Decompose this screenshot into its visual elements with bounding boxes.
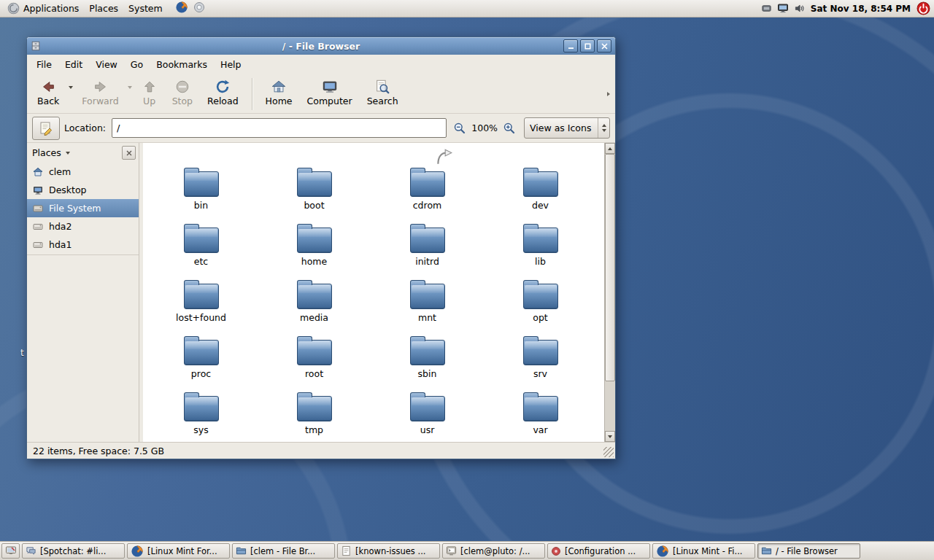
panel-menu-system[interactable]: System [123, 0, 168, 17]
folder-name: bin [194, 200, 208, 211]
place-hda2[interactable]: hda2 [27, 217, 139, 236]
menu-bookmarks[interactable]: Bookmarks [150, 56, 214, 73]
folder-sbin[interactable]: sbin [371, 335, 484, 391]
folder-opt[interactable]: opt [484, 279, 597, 335]
view-mode-label: View as Icons [525, 122, 598, 133]
task-label: [Linux Mint - Fi... [673, 546, 742, 556]
menu-help[interactable]: Help [214, 56, 248, 73]
menu-go[interactable]: Go [124, 56, 150, 73]
place-clem[interactable]: clem [27, 163, 139, 181]
scrollbar-thumb[interactable] [605, 154, 615, 381]
zoom-out-button[interactable] [452, 122, 467, 135]
back-history-dropdown[interactable] [66, 77, 74, 89]
task-file-browser[interactable]: / - File Browser [757, 543, 860, 559]
scrollbar-track[interactable] [605, 154, 615, 431]
clock-applet[interactable]: Sat Nov 18, 8:54 PM [811, 4, 911, 14]
task-configuration[interactable]: [Configuration ... [547, 543, 650, 559]
location-input[interactable] [112, 118, 447, 138]
task-linux-mint-for[interactable]: [Linux Mint For... [127, 543, 230, 559]
place-file-system[interactable]: File System [27, 199, 139, 217]
maximize-button[interactable] [580, 39, 595, 52]
menu-view[interactable]: View [89, 56, 124, 73]
folder-srv[interactable]: srv [484, 335, 597, 391]
volume-applet[interactable] [794, 3, 805, 14]
folder-boot[interactable]: boot [258, 166, 371, 222]
folder-tmp[interactable]: tmp [258, 391, 371, 442]
computer-button[interactable]: Computer [300, 77, 360, 107]
sidebar-close-button[interactable] [122, 146, 136, 160]
search-icon [374, 79, 390, 95]
task-linux-mint-fi[interactable]: [Linux Mint - Fi... [652, 543, 755, 559]
places-menu-button[interactable]: Places [32, 147, 118, 158]
scroll-up-button[interactable] [605, 143, 615, 154]
folder-mnt[interactable]: mnt [371, 279, 484, 335]
menu-edit[interactable]: Edit [58, 56, 89, 73]
folder-root[interactable]: root [258, 335, 371, 391]
search-button[interactable]: Search [360, 77, 406, 107]
display-applet[interactable] [777, 3, 789, 14]
places-sidebar: Places clemDesktopFile Systemhda2hda1 [27, 143, 139, 442]
folder-name: var [533, 424, 547, 435]
folder-icon [297, 279, 332, 309]
task-clem-file-br[interactable]: [clem - File Br... [232, 543, 335, 559]
view-mode-select[interactable]: View as Icons [524, 117, 610, 139]
folder-proc[interactable]: proc [144, 335, 258, 391]
task-clem-pluto[interactable]: [clem@pluto: /... [442, 543, 545, 559]
folder-icon [184, 279, 219, 309]
toolbar-overflow-icon[interactable] [605, 92, 612, 96]
task-known-issues[interactable]: [known-issues ... [337, 543, 440, 559]
folder-bin[interactable]: bin [144, 166, 258, 222]
task-textdoc-icon [341, 545, 352, 556]
close-button[interactable] [597, 39, 611, 52]
file-grid: binbootcdromdevetchomeinitrdliblost+foun… [143, 143, 604, 442]
panel-menu-applications[interactable]: Applications [2, 0, 84, 17]
folder-var[interactable]: var [484, 391, 597, 442]
help-launcher-button[interactable] [193, 1, 205, 15]
firefox-launcher-button[interactable] [175, 1, 188, 16]
folder-sys[interactable]: sys [144, 391, 258, 442]
folder-lib[interactable]: lib [484, 222, 597, 279]
menubar: FileEditViewGoBookmarksHelp [27, 55, 615, 74]
view-mode-spinner[interactable] [598, 118, 609, 138]
folder-usr[interactable]: usr [371, 391, 484, 442]
folder-initrd[interactable]: initrd [371, 222, 484, 279]
folder-lost-found[interactable]: lost+found [144, 279, 258, 335]
device-applet[interactable] [761, 3, 772, 14]
folder-dev[interactable]: dev [484, 166, 597, 222]
folder-name: usr [420, 424, 435, 435]
menu-file[interactable]: File [30, 56, 58, 73]
titlebar[interactable]: / - File Browser [27, 37, 615, 55]
folder-cdrom[interactable]: cdrom [371, 166, 484, 222]
panel-menu-places[interactable]: Places [84, 0, 123, 17]
toolbar-label: Computer [307, 96, 352, 106]
panel-launchers [175, 1, 205, 16]
place-hda1[interactable]: hda1 [27, 236, 139, 254]
minimize-button[interactable] [563, 39, 578, 52]
show-desktop-button[interactable] [1, 543, 20, 559]
scroll-down-button[interactable] [605, 431, 615, 442]
task-firefox-icon [131, 545, 144, 558]
vertical-scrollbar[interactable] [604, 143, 615, 442]
home-button[interactable]: Home [258, 77, 300, 107]
app-generic-icon [193, 1, 205, 13]
folder-media[interactable]: media [258, 279, 371, 335]
folder-name: mnt [418, 312, 436, 323]
reload-button[interactable]: Reload [200, 77, 246, 107]
location-toggle-button[interactable] [32, 117, 60, 140]
task-chat-icon [26, 545, 36, 556]
folder-home[interactable]: home [258, 222, 371, 279]
zoom-in-button[interactable] [502, 122, 517, 135]
back-button[interactable]: Back [30, 77, 66, 107]
divider [27, 254, 139, 255]
toolbar-label: Stop [172, 96, 193, 106]
task-config-icon [551, 546, 561, 556]
resize-grip[interactable] [603, 447, 614, 457]
place-desktop[interactable]: Desktop [27, 181, 139, 199]
folder-name: lib [535, 256, 546, 267]
window-menu-icon[interactable] [31, 41, 41, 51]
logout-button[interactable] [916, 1, 930, 15]
location-bar: Location: 100% View as Icons [27, 114, 615, 143]
forward-icon [93, 79, 109, 95]
task-spotchat-li[interactable]: [Spotchat: #li... [22, 543, 125, 559]
folder-etc[interactable]: etc [144, 222, 258, 279]
